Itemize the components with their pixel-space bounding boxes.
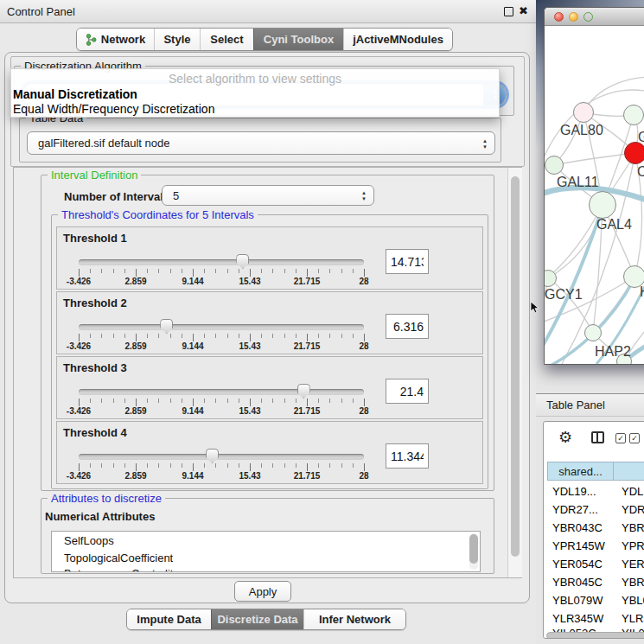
threshold-4-value-field[interactable]	[386, 443, 429, 469]
column-header-name[interactable]: na	[613, 462, 644, 481]
table-cell[interactable]: YPR1	[622, 539, 644, 552]
slider-major-ticks	[79, 269, 365, 277]
column-header-shared-name[interactable]: shared...	[547, 462, 614, 481]
tab-discretize-data[interactable]: Discretize Data	[211, 609, 303, 629]
table-panel-titlebar: Table Panel	[536, 393, 644, 417]
table-cell[interactable]: YBR0	[622, 576, 644, 589]
bottom-tab-group: Impute Data Discretize Data Infer Networ…	[126, 609, 406, 630]
table-data-combobox[interactable]: galFiltered.sif default node ▲ ▼	[27, 131, 495, 155]
num-intervals-spinner[interactable]: 5 ▲ ▼	[162, 185, 374, 206]
tab-jactivemnodules[interactable]: jActiveMNodules	[343, 29, 452, 50]
table-cell[interactable]: YDR2	[622, 503, 644, 516]
table-cell[interactable]: YDL19...	[552, 485, 596, 498]
traffic-light-minimize-icon[interactable]	[569, 12, 578, 22]
attributes-list[interactable]: SelfLoops TopologicalCoefficient Between…	[51, 531, 481, 572]
tab-infer-network[interactable]: Infer Network	[303, 609, 405, 629]
traffic-light-close-icon[interactable]	[554, 12, 564, 22]
tab-select[interactable]: Select	[200, 29, 253, 50]
table-cell[interactable]: YDL1	[622, 485, 644, 498]
threshold-3-panel: Threshold 3 -3.426 2.859 9.144 15.43 21.…	[56, 356, 483, 419]
slider-thumb[interactable]	[206, 449, 219, 463]
table-horizontal-scrollbar[interactable]	[546, 632, 644, 639]
network-window-titlebar[interactable]	[545, 8, 644, 26]
tab-impute-data[interactable]: Impute Data	[127, 609, 211, 629]
network-canvas[interactable]: GAL80 GA C GAL11 GAL4 GCY1 H HAP2	[545, 26, 644, 364]
list-item[interactable]: SelfLoops	[64, 534, 114, 547]
table-cell[interactable]: YDR27...	[552, 503, 598, 516]
tab-cyni-toolbox[interactable]: Cyni Toolbox	[253, 29, 343, 50]
threshold-4-slider[interactable]	[79, 454, 364, 460]
threshold-3-value-field[interactable]	[386, 379, 429, 404]
threshold-1-value-field[interactable]	[386, 249, 429, 274]
num-intervals-value: 5	[163, 189, 179, 202]
threshold-2-panel: Threshold 2 -3.426 2.859 9.144 15.43 21.…	[56, 291, 483, 354]
list-item[interactable]: TopologicalCoefficient	[64, 552, 173, 564]
popup-option-manual[interactable]: Manual Discretization	[13, 87, 137, 101]
table-data-group: Table Data galFiltered.sif default node …	[19, 118, 501, 163]
scale-label: 28	[345, 341, 383, 351]
scale-label: -3.426	[60, 341, 98, 351]
top-tab-group: Network Style Select Cyni Toolbox jActiv…	[76, 28, 453, 51]
split-view-icon[interactable]	[591, 431, 604, 443]
tab-infer-label: Infer Network	[319, 613, 391, 626]
network-window[interactable]: GAL80 GA C GAL11 GAL4 GCY1 H HAP2	[544, 7, 644, 365]
list-scrollbar-thumb[interactable]	[469, 534, 478, 564]
close-icon[interactable]: ✖	[519, 4, 528, 17]
spinner-arrows-icon[interactable]: ▲ ▼	[361, 190, 367, 201]
tab-style[interactable]: Style	[154, 29, 200, 50]
table-cell[interactable]: YPR145W	[552, 539, 605, 552]
table-cell[interactable]: YBR043C	[552, 521, 603, 534]
table-cell[interactable]: YBR045C	[552, 576, 603, 589]
table-cell[interactable]: YBR0	[622, 521, 644, 534]
scale-label: 9.144	[174, 341, 212, 351]
up-arrow-icon: ▲	[361, 190, 367, 195]
network-node-gal80[interactable]	[573, 102, 594, 123]
right-pane: GAL80 GA C GAL11 GAL4 GCY1 H HAP2 Table …	[536, 0, 644, 644]
slider-thumb[interactable]	[236, 254, 249, 269]
popup-option-equal-width[interactable]: Equal Width/Frequency Discretization	[13, 102, 214, 116]
scale-label: 21.715	[288, 341, 326, 351]
network-node-right-top[interactable]	[623, 105, 644, 125]
gear-icon[interactable]: ⚙	[558, 428, 572, 447]
threshold-2-value-field[interactable]	[386, 314, 429, 339]
tab-discretize-label: Discretize Data	[217, 613, 297, 626]
network-node-gal11[interactable]	[545, 156, 564, 175]
scrollbar-thumb[interactable]	[511, 176, 520, 557]
threshold-3-slider[interactable]	[79, 389, 364, 395]
settings-vertical-scrollbar[interactable]	[507, 168, 522, 577]
node-label-partial-red: C	[637, 164, 644, 180]
list-item[interactable]: BetweennessCentrality	[64, 567, 179, 572]
numerical-attributes-label: Numerical Attributes	[45, 510, 155, 523]
table-cell[interactable]: YBL079W	[552, 594, 603, 607]
tab-style-label: Style	[163, 33, 190, 46]
slider-major-ticks	[79, 399, 365, 406]
node-label-hap2: HAP2	[595, 344, 631, 360]
slider-thumb[interactable]	[160, 319, 173, 334]
combo-updown-icon[interactable]: ▲ ▼	[482, 137, 488, 149]
float-window-icon[interactable]	[504, 7, 513, 16]
table-cell[interactable]: YER054C	[552, 558, 603, 571]
traffic-light-zoom-icon[interactable]	[583, 12, 593, 22]
threshold-2-slider[interactable]	[79, 324, 364, 330]
table-cell[interactable]: YLR345W	[552, 612, 603, 625]
table-panel-card: ⚙ ✓ ✓ shared... na YDL19... YDL1 YDR27..…	[543, 421, 644, 639]
network-node-gal4[interactable]	[589, 191, 616, 219]
tab-network[interactable]: Network	[77, 29, 154, 50]
scale-label: 21.715	[288, 471, 326, 481]
tab-jactive-label: jActiveMNodules	[353, 33, 443, 46]
slider-thumb[interactable]	[297, 384, 310, 399]
threshold-1-label: Threshold 1	[63, 232, 127, 245]
scale-label: 28	[345, 471, 383, 481]
scale-label: 15.43	[231, 471, 269, 481]
scale-label: 28	[345, 277, 383, 286]
checkbox-icon[interactable]: ✓	[629, 433, 640, 443]
threshold-1-slider[interactable]	[79, 259, 364, 265]
network-node-hap2[interactable]	[584, 324, 602, 341]
scale-label: 15.43	[231, 406, 269, 416]
apply-button[interactable]: Apply	[234, 581, 291, 602]
table-cell[interactable]: YER0	[622, 558, 644, 571]
checkbox-icon[interactable]: ✓	[615, 433, 626, 443]
panel-title: Control Panel	[7, 5, 75, 18]
table-cell[interactable]: YLR3	[622, 612, 644, 625]
table-cell[interactable]: YBL0	[622, 594, 644, 607]
